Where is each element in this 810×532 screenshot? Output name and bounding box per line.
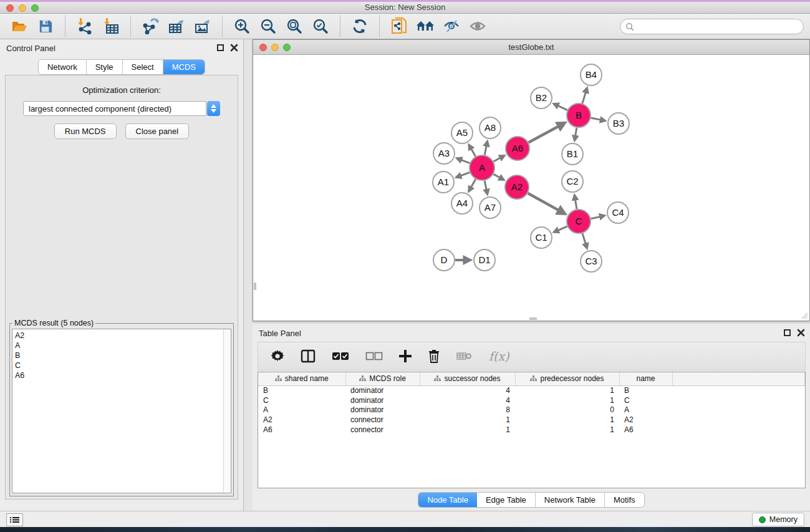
table-cell[interactable]: A	[619, 405, 672, 415]
table-row[interactable]: A2connector11A2	[258, 415, 805, 425]
hide-details-eye-icon[interactable]	[438, 16, 465, 36]
table-row[interactable]: Bdominator41B	[258, 385, 805, 395]
search-input[interactable]	[634, 21, 803, 33]
column-header-shared-name[interactable]: shared name	[258, 372, 345, 385]
edge-B-B1[interactable]	[576, 128, 577, 136]
table-row[interactable]: Adominator80A	[258, 405, 805, 415]
float-table-panel-icon[interactable]	[784, 329, 791, 336]
mcds-result-item[interactable]: A2	[15, 331, 223, 341]
table-cell[interactable]: dominator	[345, 405, 420, 415]
edge-A-A1[interactable]	[461, 172, 470, 175]
table-cell[interactable]: 1	[515, 425, 619, 435]
function-builder-icon[interactable]: f(x)	[489, 349, 509, 363]
table-cell[interactable]: A	[258, 405, 345, 415]
export-network-icon[interactable]	[137, 16, 163, 36]
node-table[interactable]: shared nameMCDS rolesuccessor nodesprede…	[258, 372, 806, 488]
tab-style[interactable]: Style	[87, 60, 123, 74]
edge-A-A5[interactable]	[471, 149, 476, 157]
show-details-eye-icon[interactable]	[465, 16, 491, 36]
import-network-icon[interactable]	[72, 16, 98, 36]
table-cell[interactable]: B	[619, 385, 672, 395]
export-table-icon[interactable]	[163, 16, 190, 36]
table-cell[interactable]: connector	[345, 415, 420, 425]
tab-mcds[interactable]: MCDS	[163, 60, 205, 74]
network-graph[interactable]: B4B2BB3B1A5A8A6A3AA1A4A7A2C2CC4C1C3DD1	[253, 55, 809, 321]
table-cell[interactable]: 1	[515, 395, 619, 405]
mcds-result-scrollbar[interactable]	[223, 329, 231, 493]
gear-icon[interactable]	[271, 349, 284, 363]
network-vertical-scroll-mark[interactable]	[254, 283, 256, 290]
table-cell[interactable]: connector	[345, 425, 420, 435]
column-header-successor-nodes[interactable]: successor nodes	[420, 372, 515, 385]
column-header-predecessor-nodes[interactable]: predecessor nodes	[515, 372, 619, 385]
table-cell[interactable]: A2	[619, 415, 672, 425]
table-cell[interactable]: A6	[619, 425, 672, 435]
edge-B-B2[interactable]	[558, 105, 567, 110]
edge-C-C3[interactable]	[582, 233, 586, 244]
edge-C-C1[interactable]	[558, 226, 567, 230]
delete-table-icon[interactable]	[456, 351, 473, 361]
table-cell[interactable]: 1	[515, 415, 619, 425]
import-table-icon[interactable]	[98, 16, 124, 36]
edge-C-C2[interactable]	[576, 200, 577, 209]
tab-select[interactable]: Select	[123, 60, 163, 74]
edge-A-A8[interactable]	[485, 146, 486, 155]
table-cell[interactable]: B	[258, 385, 345, 395]
mcds-result-item[interactable]: A6	[15, 370, 223, 380]
export-image-icon[interactable]	[190, 16, 216, 36]
table-cell[interactable]: C	[258, 395, 345, 405]
edge-A-A4[interactable]	[471, 179, 475, 187]
mcds-result-item[interactable]: B	[15, 351, 223, 360]
edge-A-A2[interactable]	[493, 174, 499, 178]
table-cell[interactable]: 4	[420, 395, 515, 405]
close-panel-button[interactable]: Close panel	[125, 123, 190, 139]
float-panel-icon[interactable]	[217, 44, 224, 51]
network-horizontal-scroll-mark[interactable]	[529, 317, 537, 320]
table-cell[interactable]: 1	[420, 425, 515, 435]
resize-grip-icon[interactable]	[801, 312, 808, 319]
edge-A6-B[interactable]	[529, 126, 559, 142]
edge-A-A7[interactable]	[485, 181, 486, 190]
column-header-MCDS-role[interactable]: MCDS role	[345, 372, 420, 385]
table-cell[interactable]: 8	[420, 405, 515, 415]
tab-edge-table[interactable]: Edge Table	[477, 493, 536, 507]
criterion-dropdown[interactable]: largest connected component (directed)	[23, 101, 220, 116]
table-cell[interactable]: 4	[420, 385, 515, 395]
edge-A-A3[interactable]	[461, 160, 470, 163]
close-table-panel-icon[interactable]	[797, 329, 805, 337]
home-networks-icon[interactable]	[412, 16, 438, 36]
zoom-selected-icon[interactable]	[307, 16, 334, 36]
select-all-checkboxes-icon[interactable]	[332, 352, 349, 360]
memory-button[interactable]: Memory	[752, 513, 804, 526]
mcds-result-item[interactable]: C	[15, 360, 223, 370]
zoom-in-icon[interactable]	[229, 16, 255, 36]
table-cell[interactable]: C	[619, 395, 672, 405]
tab-motifs[interactable]: Motifs	[605, 493, 644, 507]
zoom-fit-icon[interactable]	[281, 16, 307, 36]
mcds-result-item[interactable]: A	[15, 341, 223, 351]
tab-network-table[interactable]: Network Table	[536, 493, 605, 507]
tab-network[interactable]: Network	[39, 60, 87, 74]
save-session-icon[interactable]	[32, 16, 59, 36]
network-from-file-icon[interactable]	[386, 16, 412, 36]
table-cell[interactable]: dominator	[345, 395, 420, 405]
tab-node-table[interactable]: Node Table	[418, 493, 477, 507]
column-header-name[interactable]: name	[619, 372, 672, 385]
open-session-icon[interactable]	[6, 16, 32, 36]
search-field[interactable]	[620, 19, 804, 34]
table-cell[interactable]: dominator	[345, 385, 420, 395]
edge-B-B3[interactable]	[591, 118, 600, 120]
edge-A-A6[interactable]	[493, 158, 500, 162]
run-mcds-button[interactable]: Run MCDS	[54, 123, 117, 139]
edge-B-B4[interactable]	[582, 92, 586, 104]
table-cell[interactable]: 1	[420, 415, 515, 425]
table-cell[interactable]: A6	[258, 425, 345, 435]
mcds-result-list[interactable]: A2ABCA6	[12, 329, 223, 493]
table-cell[interactable]: A2	[258, 415, 345, 425]
table-cell[interactable]: 0	[515, 405, 619, 415]
columns-icon[interactable]	[301, 349, 316, 363]
deselect-all-checkboxes-icon[interactable]	[365, 352, 383, 360]
table-row[interactable]: Cdominator41C	[258, 395, 805, 405]
edge-C-C4[interactable]	[591, 216, 600, 218]
table-row[interactable]: A6connector11A6	[258, 425, 805, 435]
